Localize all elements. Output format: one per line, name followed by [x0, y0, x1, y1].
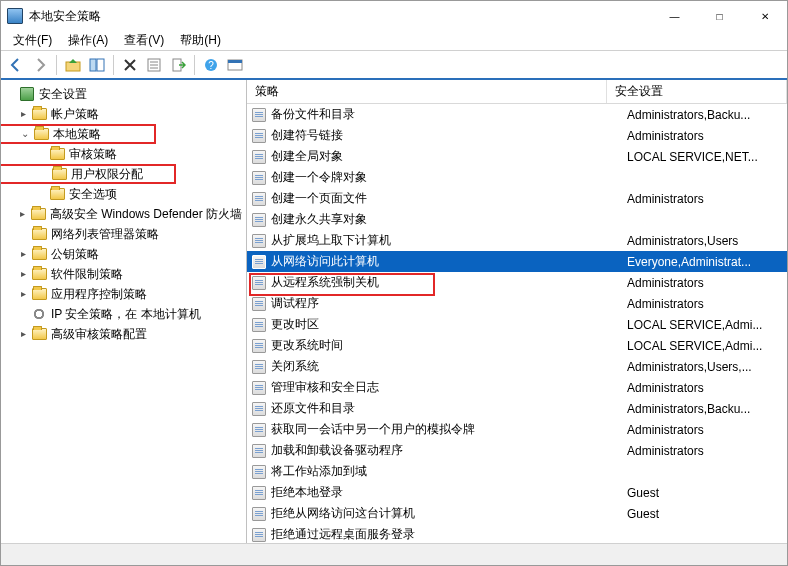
tree-defender-fw[interactable]: ▸ 高级安全 Windows Defender 防火墙	[1, 204, 246, 224]
policy-row[interactable]: 创建永久共享对象	[247, 209, 787, 230]
policy-setting: Administrators,Users	[627, 234, 787, 248]
delete-button[interactable]	[119, 54, 141, 76]
tree-security-options[interactable]: ▸ 安全选项	[1, 184, 246, 204]
help-button[interactable]: ?	[200, 54, 222, 76]
tree-account-policy[interactable]: ▸ 帐户策略	[1, 104, 246, 124]
tree-root[interactable]: ▾ 安全设置	[1, 84, 246, 104]
tree-pane[interactable]: ▾ 安全设置 ▸ 帐户策略 ⌄ 本地策略 ▸ 审核策略 ▸	[1, 80, 247, 543]
refresh-button[interactable]	[224, 54, 246, 76]
policy-setting: Administrators	[627, 444, 787, 458]
policy-name: 从网络访问此计算机	[271, 253, 627, 270]
policy-name: 管理审核和安全日志	[271, 379, 627, 396]
tree-toggle[interactable]: ▸	[17, 208, 29, 220]
policy-row[interactable]: 创建全局对象LOCAL SERVICE,NET...	[247, 146, 787, 167]
policy-name: 更改系统时间	[271, 337, 627, 354]
policy-row[interactable]: 加载和卸载设备驱动程序Administrators	[247, 440, 787, 461]
policy-icon	[251, 191, 267, 207]
tree-toggle[interactable]: ▸	[17, 108, 29, 120]
tree-label: IP 安全策略，在 本地计算机	[51, 306, 201, 323]
close-button[interactable]: ✕	[742, 2, 787, 31]
folder-icon	[31, 106, 47, 122]
tree-toggle[interactable]: ▸	[17, 288, 29, 300]
tree-ipsec[interactable]: ▸ IP 安全策略，在 本地计算机	[1, 304, 246, 324]
statusbar	[1, 543, 787, 565]
tree-pk[interactable]: ▸ 公钥策略	[1, 244, 246, 264]
policy-icon	[251, 485, 267, 501]
policy-setting: LOCAL SERVICE,Admi...	[627, 318, 787, 332]
show-hide-tree-button[interactable]	[86, 54, 108, 76]
menu-file[interactable]: 文件(F)	[7, 31, 58, 50]
window-title: 本地安全策略	[29, 8, 652, 25]
export-button[interactable]	[167, 54, 189, 76]
menubar: 文件(F) 操作(A) 查看(V) 帮助(H)	[1, 31, 787, 51]
folder-icon	[31, 326, 47, 342]
policy-icon	[251, 233, 267, 249]
policy-row[interactable]: 获取同一会话中另一个用户的模拟令牌Administrators	[247, 419, 787, 440]
policy-row[interactable]: 更改时区LOCAL SERVICE,Admi...	[247, 314, 787, 335]
tree-toggle[interactable]: ▸	[17, 248, 29, 260]
tree-toggle[interactable]: ▸	[17, 268, 29, 280]
tree-toggle[interactable]: ⌄	[19, 128, 31, 140]
tree-toggle[interactable]: ▸	[17, 328, 29, 340]
policy-row[interactable]: 管理审核和安全日志Administrators	[247, 377, 787, 398]
policy-row[interactable]: 拒绝通过远程桌面服务登录	[247, 524, 787, 543]
minimize-button[interactable]: —	[652, 2, 697, 31]
policy-icon	[251, 401, 267, 417]
policy-setting: LOCAL SERVICE,NET...	[627, 150, 787, 164]
policy-row[interactable]: 拒绝从网络访问这台计算机Guest	[247, 503, 787, 524]
policy-name: 拒绝本地登录	[271, 484, 627, 501]
folder-icon	[33, 126, 49, 142]
list-body[interactable]: 备份文件和目录Administrators,Backu...创建符号链接Admi…	[247, 104, 787, 543]
policy-row[interactable]: 关闭系统Administrators,Users,...	[247, 356, 787, 377]
folder-icon	[31, 226, 47, 242]
menu-action[interactable]: 操作(A)	[62, 31, 114, 50]
forward-button[interactable]	[29, 54, 51, 76]
policy-row[interactable]: 将工作站添加到域	[247, 461, 787, 482]
policy-setting: Everyone,Administrat...	[627, 255, 787, 269]
policy-row[interactable]: 创建一个令牌对象	[247, 167, 787, 188]
policy-name: 更改时区	[271, 316, 627, 333]
properties-button[interactable]	[143, 54, 165, 76]
policy-row[interactable]: 备份文件和目录Administrators,Backu...	[247, 104, 787, 125]
tree-user-rights[interactable]: ▸ 用户权限分配	[1, 164, 176, 184]
menu-view[interactable]: 查看(V)	[118, 31, 170, 50]
tree-audit-policy[interactable]: ▸ 审核策略	[1, 144, 246, 164]
policy-row[interactable]: 更改系统时间LOCAL SERVICE,Admi...	[247, 335, 787, 356]
policy-setting: Administrators	[627, 276, 787, 290]
policy-row[interactable]: 从扩展坞上取下计算机Administrators,Users	[247, 230, 787, 251]
policy-icon	[251, 527, 267, 543]
tree-label: 应用程序控制策略	[51, 286, 147, 303]
policy-icon	[251, 107, 267, 123]
folder-icon	[51, 166, 67, 182]
policy-icon	[251, 506, 267, 522]
back-button[interactable]	[5, 54, 27, 76]
policy-row[interactable]: 从远程系统强制关机Administrators	[247, 272, 787, 293]
maximize-button[interactable]: □	[697, 2, 742, 31]
svg-rect-1	[90, 59, 96, 71]
tree-adv-audit[interactable]: ▸ 高级审核策略配置	[1, 324, 246, 344]
policy-name: 从扩展坞上取下计算机	[271, 232, 627, 249]
tree: ▾ 安全设置 ▸ 帐户策略 ⌄ 本地策略 ▸ 审核策略 ▸	[1, 80, 246, 348]
policy-row[interactable]: 拒绝本地登录Guest	[247, 482, 787, 503]
policy-row[interactable]: 创建符号链接Administrators	[247, 125, 787, 146]
policy-row[interactable]: 调试程序Administrators	[247, 293, 787, 314]
tree-srp[interactable]: ▸ 软件限制策略	[1, 264, 246, 284]
tree-local-policy[interactable]: ⌄ 本地策略	[1, 124, 156, 144]
up-button[interactable]	[62, 54, 84, 76]
toolbar-separator	[113, 55, 114, 75]
list-header: 策略 安全设置	[247, 80, 787, 104]
policy-name: 从远程系统强制关机	[271, 274, 627, 291]
column-setting[interactable]: 安全设置	[607, 80, 787, 103]
column-policy[interactable]: 策略	[247, 80, 607, 103]
policy-icon	[251, 443, 267, 459]
tree-app-ctrl[interactable]: ▸ 应用程序控制策略	[1, 284, 246, 304]
main-split: ▾ 安全设置 ▸ 帐户策略 ⌄ 本地策略 ▸ 审核策略 ▸	[1, 80, 787, 543]
policy-row[interactable]: 从网络访问此计算机Everyone,Administrat...	[247, 251, 787, 272]
policy-row[interactable]: 创建一个页面文件Administrators	[247, 188, 787, 209]
tree-label: 高级审核策略配置	[51, 326, 147, 343]
policy-row[interactable]: 还原文件和目录Administrators,Backu...	[247, 398, 787, 419]
tree-label: 本地策略	[53, 126, 101, 143]
tree-nlm[interactable]: ▸ 网络列表管理器策略	[1, 224, 246, 244]
policy-setting: Administrators,Users,...	[627, 360, 787, 374]
menu-help[interactable]: 帮助(H)	[174, 31, 227, 50]
